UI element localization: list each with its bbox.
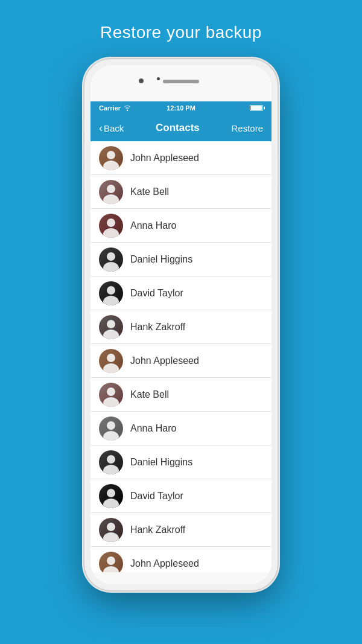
list-item[interactable]: Daniel Higgins [91,445,272,479]
contact-name: John Appleseed [130,355,199,366]
list-item[interactable]: Daniel Higgins [91,243,272,276]
svg-point-31 [107,489,115,497]
contact-name: Hank Zakroff [130,322,185,333]
svg-point-13 [107,286,115,295]
chevron-left-icon: ‹ [99,122,103,135]
contact-name: David Taylor [130,288,183,299]
svg-point-7 [107,218,115,227]
navigation-bar: ‹ Back Contacts Restore [91,115,272,141]
list-item[interactable]: John Appleseed [91,141,272,175]
back-button[interactable]: ‹ Back [99,122,124,135]
svg-point-37 [107,556,115,565]
avatar [99,247,123,272]
battery-icon [250,105,263,111]
avatar [99,450,123,474]
svg-point-19 [107,354,115,362]
contact-name: Anna Haro [130,423,177,434]
avatar [99,518,123,542]
list-item[interactable]: Anna Haro [91,412,272,445]
list-item[interactable]: David Taylor [91,276,272,310]
contact-name: David Taylor [130,491,183,502]
contact-name: Anna Haro [130,220,177,231]
phone-screen: Carrier 12:10 PM ‹ Back [91,65,272,584]
svg-point-1 [107,151,115,159]
svg-point-25 [107,421,115,430]
volume-up-button [83,144,84,163]
list-item[interactable]: Anna Haro [91,209,272,243]
phone-bottom-hardware [91,572,272,584]
svg-point-10 [107,252,115,261]
list-item[interactable]: Hank Zakroff [91,513,272,547]
camera-icon [139,78,144,83]
status-carrier: Carrier [99,104,132,112]
list-item[interactable]: Kate Bell [91,175,272,209]
svg-point-28 [107,455,115,464]
avatar [99,214,123,238]
contact-name: Daniel Higgins [130,457,192,468]
phone-top-hardware [91,65,272,101]
svg-point-34 [107,523,115,531]
power-button [278,156,279,186]
phone-shell: Carrier 12:10 PM ‹ Back [84,59,278,590]
list-item[interactable]: David Taylor [91,479,272,513]
nav-title: Contacts [156,122,200,134]
svg-point-4 [107,185,115,193]
avatar [99,281,123,305]
list-item[interactable]: Kate Bell [91,378,272,412]
wifi-icon [123,104,132,112]
contact-name: Daniel Higgins [130,254,192,265]
front-camera-icon [157,77,160,80]
svg-point-22 [107,387,115,396]
avatar [99,315,123,339]
list-item[interactable]: Hank Zakroff [91,310,272,344]
mute-button [83,120,84,132]
list-item[interactable]: John Appleseed [91,344,272,378]
page-title: Restore your backup [100,23,262,42]
avatar [99,552,123,573]
contact-name: Kate Bell [130,187,169,197]
contact-name: John Appleseed [130,558,199,569]
contact-name: Kate Bell [130,389,169,400]
status-bar: Carrier 12:10 PM [91,101,272,115]
avatar [99,383,123,407]
status-time: 12:10 PM [167,104,195,112]
restore-button[interactable]: Restore [231,123,263,133]
contact-name: Hank Zakroff [130,524,185,535]
contacts-list: John Appleseed Kate Bell Anna Haro Danie… [91,141,272,572]
speaker-icon [163,80,199,83]
volume-down-button [83,169,84,188]
avatar [99,180,123,204]
carrier-label: Carrier [99,104,121,112]
avatar [99,349,123,373]
list-item[interactable]: John Appleseed [91,547,272,572]
contact-name: John Appleseed [130,153,199,164]
avatar [99,146,123,170]
avatar [99,416,123,441]
avatar [99,484,123,508]
battery-indicator [250,105,263,111]
svg-point-16 [107,320,115,328]
back-label: Back [104,123,124,133]
